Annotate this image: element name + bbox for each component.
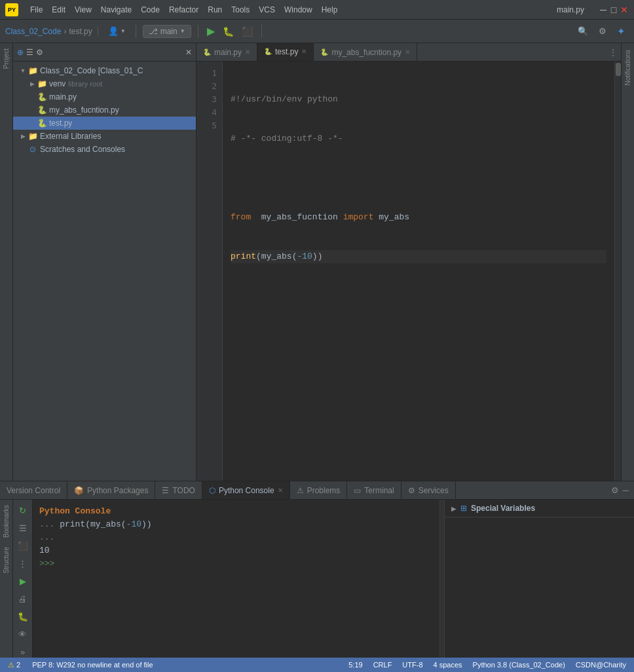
- status-warning[interactable]: ⚠ 2: [5, 661, 23, 669]
- branch-selector[interactable]: ⎇ main ▼: [143, 25, 191, 38]
- tab-myabs-close[interactable]: ✕: [405, 48, 410, 56]
- tab-version-label: Version Control: [7, 486, 60, 495]
- project-tab[interactable]: Project: [1, 46, 11, 71]
- menu-code[interactable]: Code: [137, 4, 164, 16]
- folder-icon-venv: 📁: [37, 79, 47, 89]
- print-func: print: [231, 250, 256, 263]
- from-keyword: from: [231, 211, 251, 224]
- search-button[interactable]: 🔍: [574, 24, 591, 39]
- menu-run[interactable]: Run: [204, 4, 226, 16]
- editor-scrollbar[interactable]: [614, 62, 621, 481]
- variables-expand-icon[interactable]: ▶: [451, 505, 457, 512]
- tab-version-control[interactable]: Version Control: [0, 481, 67, 499]
- sidebar-collapse-icon[interactable]: ☰: [26, 48, 33, 57]
- console-forward-button[interactable]: »: [15, 645, 31, 658]
- status-python[interactable]: Python 3.8 (Class_02_Code): [470, 661, 568, 669]
- status-crlf[interactable]: CRLF: [371, 661, 395, 669]
- branch-icon: ⎇: [149, 27, 158, 36]
- menu-help[interactable]: Help: [318, 4, 342, 16]
- tree-item-main[interactable]: 🐍 main.py: [13, 90, 196, 103]
- code-editor[interactable]: #!/usr/bin/env python # -*- coding:utf-8…: [223, 62, 614, 481]
- sidebar-nav-icon[interactable]: ⊕: [17, 48, 24, 57]
- code-line-5: print(my_abs(-10)): [231, 250, 606, 263]
- tree-item-myabs[interactable]: 🐍 my_abs_fucntion.py: [13, 103, 196, 117]
- breadcrumb-project[interactable]: Class_02_Code: [5, 27, 61, 36]
- notifications-label[interactable]: Notifications: [623, 46, 633, 89]
- status-indent[interactable]: 4 spaces: [431, 661, 465, 669]
- maximize-button[interactable]: □: [609, 5, 618, 14]
- tab-packages-label: Python Packages: [87, 486, 148, 495]
- tab-myabs[interactable]: 🐍 my_abs_fucntion.py ✕: [314, 43, 417, 61]
- plugin-button[interactable]: ✦: [614, 24, 629, 39]
- status-pep-message[interactable]: PEP 8: W292 no newline at end of file: [29, 661, 155, 669]
- tab-python-console[interactable]: ⬡ Python Console ✕: [202, 481, 290, 499]
- tree-item-venv[interactable]: ▶ 📁 venv library root: [13, 77, 196, 90]
- tree-item-scratches[interactable]: ⊙ Scratches and Consoles: [13, 143, 196, 156]
- tree-label-external: External Libraries: [40, 132, 101, 141]
- console-scrollbar[interactable]: [439, 500, 444, 658]
- panel-minimize-icon[interactable]: ─: [623, 485, 629, 495]
- tabs-more-button[interactable]: ⋮: [605, 43, 621, 61]
- tab-services[interactable]: ⚙ Services: [401, 481, 456, 499]
- code-line-3: [231, 172, 606, 185]
- tab-todo[interactable]: ☰ TODO: [155, 481, 202, 499]
- tab-test-close[interactable]: ✕: [301, 48, 307, 55]
- menu-tools[interactable]: Tools: [227, 4, 253, 16]
- tab-problems-label: Problems: [307, 486, 341, 495]
- menu-view[interactable]: View: [71, 4, 96, 16]
- console-print-button[interactable]: 🖨: [15, 592, 31, 606]
- structure-tab[interactable]: Structure: [1, 544, 11, 576]
- line-num-2: 2: [196, 80, 222, 93]
- tab-main-close[interactable]: ✕: [245, 48, 250, 56]
- close-button[interactable]: ✕: [620, 5, 629, 14]
- tab-main[interactable]: 🐍 main.py ✕: [196, 43, 257, 61]
- tab-python-packages[interactable]: 📦 Python Packages: [67, 481, 155, 499]
- sidebar-settings-icon[interactable]: ⚙: [36, 48, 43, 57]
- status-charset[interactable]: UTF-8: [400, 661, 425, 669]
- tab-test[interactable]: 🐍 test.py ✕: [257, 43, 314, 61]
- tree-label-venv: venv: [49, 79, 65, 88]
- console-rerun-button[interactable]: ↻: [15, 504, 31, 517]
- status-position[interactable]: 5:19: [346, 661, 365, 669]
- paren-close: )): [312, 250, 323, 263]
- tab-problems[interactable]: ⚠ Problems: [290, 481, 348, 499]
- console-run-button[interactable]: ▶: [15, 574, 31, 588]
- tree-item-class02[interactable]: ▼ 📁 Class_02_Code [Class_01_C: [13, 64, 196, 77]
- settings-button[interactable]: ⚙: [595, 24, 610, 39]
- console-line-4: >>>: [39, 557, 432, 570]
- breadcrumb-file[interactable]: test.py: [69, 27, 92, 36]
- user-button[interactable]: 👤 ▼: [105, 24, 129, 38]
- console-title-line: Python Console: [39, 505, 432, 518]
- debug-button[interactable]: 🐛: [221, 24, 236, 39]
- console-debug2-button[interactable]: 🐛: [15, 610, 31, 624]
- tree-item-external[interactable]: ▶ 📁 External Libraries: [13, 130, 196, 143]
- bookmarks-tab[interactable]: Bookmarks: [1, 502, 11, 540]
- minimize-button[interactable]: ─: [599, 5, 608, 14]
- console-title-text: Python Console: [39, 506, 111, 516]
- menu-file[interactable]: File: [26, 4, 47, 16]
- console-list-button[interactable]: ☰: [15, 521, 31, 535]
- console-format-button[interactable]: ⋮: [15, 557, 31, 570]
- menu-vcs[interactable]: VCS: [255, 4, 279, 16]
- menu-navigate[interactable]: Navigate: [97, 4, 136, 16]
- tab-console-close[interactable]: ✕: [278, 487, 283, 494]
- status-csdn[interactable]: CSDN@Charity: [573, 661, 629, 669]
- py-icon-myabs: 🐍: [37, 105, 47, 115]
- panel-settings-icon[interactable]: ⚙: [611, 485, 619, 495]
- stop-button[interactable]: ⬛: [240, 24, 255, 39]
- console-stop-button[interactable]: ⬛: [15, 539, 31, 553]
- code-line-1: #!/usr/bin/env python: [231, 93, 606, 106]
- sidebar-close-icon[interactable]: ✕: [185, 48, 192, 57]
- console-output[interactable]: Python Console ... print(my_abs(-10)) ..…: [33, 500, 439, 658]
- run-button[interactable]: ▶: [205, 23, 217, 39]
- menu-edit[interactable]: Edit: [48, 4, 69, 16]
- menu-window[interactable]: Window: [280, 4, 316, 16]
- crlf-text: CRLF: [373, 661, 392, 669]
- code-area: 1 2 3 4 5 #!/usr/bin/env python # -*- co…: [196, 62, 621, 481]
- tab-terminal[interactable]: ▭ Terminal: [347, 481, 401, 499]
- tree-item-test[interactable]: 🐍 test.py: [13, 117, 196, 130]
- scrollbar-thumb[interactable]: [616, 63, 621, 76]
- menu-refactor[interactable]: Refactor: [165, 4, 202, 16]
- warning-icon: ⚠: [8, 661, 14, 669]
- console-eye-button[interactable]: 👁: [15, 627, 31, 641]
